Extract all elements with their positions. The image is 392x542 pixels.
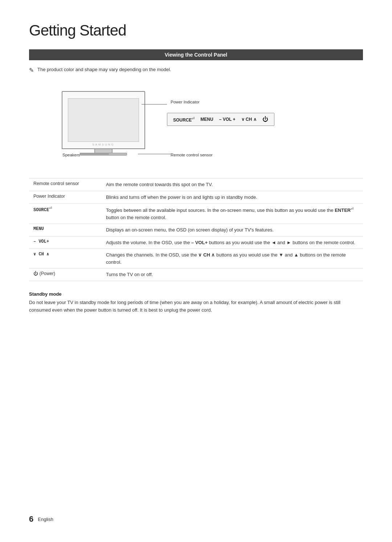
page-number: 6 bbox=[29, 514, 33, 524]
table-cell-desc: Turns the TV on or off. bbox=[102, 268, 363, 281]
table-cell-label-source: SOURCE⏎ bbox=[29, 204, 102, 224]
speakers-line bbox=[80, 154, 109, 154]
table-cell-desc: Blinks and turns off when the power is o… bbox=[102, 191, 363, 204]
source-label: SOURCE⏎ bbox=[173, 116, 195, 123]
power-button-icon: ⏻ bbox=[262, 116, 268, 123]
tv-illustration: SAMSUNG bbox=[62, 91, 145, 156]
page-content: Getting Started Viewing the Control Pane… bbox=[0, 0, 392, 336]
standby-title: Standby mode bbox=[29, 291, 363, 297]
menu-label: MENU bbox=[200, 117, 213, 122]
table-row: ⏻ (Power) Turns the TV on or off. bbox=[29, 268, 363, 281]
table-cell-label-menu: MENU bbox=[29, 224, 102, 237]
page-language: English bbox=[38, 517, 53, 522]
power-indicator-label: Power Indicator bbox=[171, 100, 200, 104]
section-header: Viewing the Control Panel bbox=[29, 49, 363, 60]
table-cell-desc: Toggles between all the available input … bbox=[102, 204, 363, 224]
table-cell-label-ch: ∨ CH ∧ bbox=[29, 249, 102, 268]
table-row: MENU Displays an on-screen menu, the OSD… bbox=[29, 224, 363, 237]
vol-label: – VOL + bbox=[219, 117, 236, 122]
page-title: Getting Started bbox=[29, 22, 363, 39]
table-row: – VOL+ Adjusts the volume. In the OSD, u… bbox=[29, 236, 363, 249]
note-text: The product color and shape may vary dep… bbox=[37, 67, 171, 72]
table-row: Power Indicator Blinks and turns off whe… bbox=[29, 191, 363, 204]
diagram-area: SAMSUNG Power Indicator SOURCE⏎ MENU – V… bbox=[33, 84, 359, 167]
table-cell-label-power: ⏻ (Power) bbox=[29, 268, 102, 281]
table-row: SOURCE⏎ Toggles between all the availabl… bbox=[29, 204, 363, 224]
table-cell-label: Remote control sensor bbox=[29, 178, 102, 191]
note-icon: ✎ bbox=[29, 67, 34, 74]
note-line: ✎ The product color and shape may vary d… bbox=[29, 67, 363, 74]
table-cell-desc: Changes the channels. In the OSD, use th… bbox=[102, 249, 363, 268]
control-panel-box: SOURCE⏎ MENU – VOL + ∨ CH ∧ ⏻ bbox=[167, 113, 274, 126]
power-indicator-line bbox=[142, 104, 167, 104]
table-cell-desc: Adjusts the volume. In the OSD, use the … bbox=[102, 236, 363, 249]
ch-label: ∨ CH ∧ bbox=[241, 117, 257, 122]
table-row: ∨ CH ∧ Changes the channels. In the OSD,… bbox=[29, 249, 363, 268]
info-table: Remote control sensor Aim the remote con… bbox=[29, 178, 363, 281]
standby-section: Standby mode Do not leave your TV in sta… bbox=[29, 291, 363, 314]
speakers-label: Speakers bbox=[62, 153, 80, 157]
remote-control-sensor-diagram-label: Remote control sensor bbox=[171, 153, 213, 157]
table-row: Remote control sensor Aim the remote con… bbox=[29, 178, 363, 191]
standby-text: Do not leave your TV in standby mode for… bbox=[29, 299, 363, 314]
table-cell-label: Power Indicator bbox=[29, 191, 102, 204]
rcs-line bbox=[138, 154, 171, 154]
page-footer: 6 English bbox=[29, 514, 53, 524]
table-cell-desc: Aim the remote control towards this spot… bbox=[102, 178, 363, 191]
table-cell-desc: Displays an on-screen menu, the OSD (on … bbox=[102, 224, 363, 237]
table-cell-label-vol: – VOL+ bbox=[29, 236, 102, 249]
